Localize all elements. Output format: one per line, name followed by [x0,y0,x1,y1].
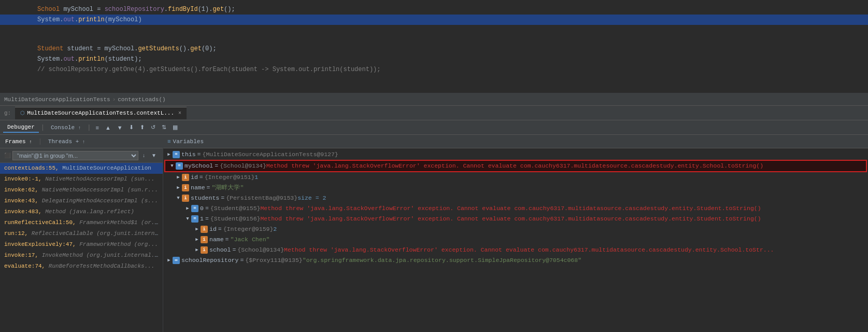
thread-sort-btn[interactable]: ↓ [140,151,147,159]
debug-btn-down2[interactable]: ⬇ [126,123,136,132]
var-id-arrow[interactable] [175,173,182,182]
right-panel: ≡ Variables = this = {MultiDateSourceApp… [163,135,868,332]
var-this[interactable]: = this = {MultiDateSourceApplicationTest… [163,149,868,160]
var-student1-id[interactable]: i id = {Integer@9159} 2 [163,224,868,234]
var-student1-school-arrow[interactable] [193,245,201,255]
tab-icon: ⬡ [20,110,25,116]
variables-icon: ≡ [167,139,171,145]
breadcrumb-method: contextLoads() [118,96,165,103]
debug-btn-grid[interactable]: ▦ [170,123,180,132]
var-id[interactable]: i id = {Integer@9151} 1 [163,172,868,183]
debug-btn-down[interactable]: ▼ [115,123,125,132]
var-student1-name-arrow[interactable] [193,235,201,244]
var-student1-school[interactable]: i school = {School@9134} Method threw 'j… [163,245,868,255]
stack-frame-3[interactable]: invoke:43, DelegatingMethodAccessorImpl … [0,196,163,206]
debug-btn-list[interactable]: ≡ [93,123,101,132]
var-name-arrow[interactable] [175,183,182,192]
var-name[interactable]: i name = "湖畔大学" [163,183,868,193]
var-this-icon: = [173,151,180,158]
variables-label: Variables [173,139,204,145]
var-students-1[interactable]: = 1 = {Student@9156} Method threw 'java.… [163,214,868,224]
code-line-3 [0,25,868,34]
code-line-1: School mySchool = schoolRepository . fin… [0,4,868,15]
var-students-0-icon: = [191,205,198,212]
stack-frame-7[interactable]: invokeExplosively:47, FrameworkMethod (o… [0,239,163,250]
var-students-1-arrow[interactable] [184,214,191,224]
thread-selector[interactable]: "main"@1 in group "m... [12,151,138,160]
code-line-4 [0,34,868,44]
code-line-2: System . out . println (mySchool) [0,15,868,25]
stack-frame-2[interactable]: invoke:62, NativeMethodAccessorImpl (sun… [0,185,163,196]
running-label: g: [4,110,11,116]
var-students-arrow[interactable] [175,193,182,203]
var-students[interactable]: i students = {PersistentBag@9153} size =… [163,193,868,203]
tab-bar: g: ⬡ MultiDateSourceApplicationTests.con… [0,106,868,120]
var-name-icon: i [182,184,189,191]
var-student1-name[interactable]: i name = "Jack Chen" [163,234,868,245]
frames-tab[interactable]: Frames ↑ [2,137,35,146]
thread-header: ⬛ "main"@1 in group "m... ↓ ▼ [0,148,163,163]
code-line-6: System . out . println (student); [0,54,868,64]
stack-frame-6[interactable]: run:12, ReflectiveCallable (org.junit.in… [0,228,163,239]
var-repo-icon: ∞ [173,257,180,264]
threads-tab[interactable]: Threads + ↑ [45,137,88,146]
code-editor: School mySchool = schoolRepository . fin… [0,0,868,93]
active-tab[interactable]: ⬡ MultiDateSourceApplicationTests.contex… [15,107,187,119]
left-panel: Frames ↑ | Threads + ↑ ⬛ "main"@1 in gro… [0,135,163,332]
tab-label: MultiDateSourceApplicationTests.contextL… [27,110,174,116]
var-students-0[interactable]: = 0 = {Student@9155} Method threw 'java.… [163,203,868,214]
thread-icon: ⬛ [4,153,10,159]
var-id-icon: i [182,174,189,181]
var-students-icon: i [182,195,189,202]
stack-frame-8[interactable]: invoke:17, InvokeMethod (org.junit.inter… [0,250,163,261]
var-students-0-arrow[interactable] [184,204,191,213]
var-student1-school-icon: i [201,246,208,254]
debug-btn-up2[interactable]: ⬆ [137,123,147,132]
var-myschool-arrow[interactable] [168,161,176,171]
var-repo-arrow[interactable] [165,256,173,265]
stack-frame-list: contextLoads:55, MultiDateSourceApplicat… [0,163,163,332]
var-schoolrepository[interactable]: ∞ schoolRepository = {$Proxy111@9135} "o… [163,255,868,266]
debug-main: Frames ↑ | Threads + ↑ ⬛ "main"@1 in gro… [0,135,868,332]
stack-frame-1[interactable]: invoke0:-1, NativeMethodAccessorImpl (su… [0,174,163,185]
debug-btn-swap[interactable]: ⇅ [159,123,169,132]
debug-btn-refresh[interactable]: ↺ [148,123,158,132]
var-student1-id-arrow[interactable] [193,225,201,234]
thread-filter-btn[interactable]: ▼ [149,151,159,159]
breadcrumb-class: MultiDateSourceApplicationTests [4,96,110,103]
var-student1-id-icon: i [201,226,208,233]
var-myschool[interactable]: = mySchool = {School@9134} Method threw … [164,160,867,172]
tab-close-button[interactable]: × [178,110,181,116]
breadcrumb: MultiDateSourceApplicationTests › contex… [0,93,868,106]
debug-toolbar: Debugger | Console ↑ | ≡ ▲ ▼ ⬇ ⬆ ↺ ⇅ ▦ [0,120,868,135]
var-student1-name-icon: i [201,236,208,243]
debugger-tab[interactable]: Debugger [3,122,39,133]
var-students-1-icon: = [191,215,198,223]
stack-frame-4[interactable]: invoke:483, Method (java.lang.reflect) [0,206,163,217]
console-tab[interactable]: Console ↑ [47,123,85,132]
stack-frame-0[interactable]: contextLoads:55, MultiDateSourceApplicat… [0,163,163,174]
var-this-arrow[interactable] [165,150,173,159]
code-line-5: Student student = mySchool. getStudents … [0,44,868,54]
stack-frame-9[interactable]: evaluate:74, RunBeforeTestMethodCallback… [0,261,163,272]
code-line-7: // schoolRepository. getOne(4).getStuden… [0,64,868,75]
variables-list: = this = {MultiDateSourceApplicationTest… [163,148,868,332]
variables-header: ≡ Variables [163,135,868,148]
var-myschool-icon: = [176,162,183,170]
stack-frame-5[interactable]: runReflectiveCall:50, FrameworkMethod$1 … [0,217,163,228]
panel-toolbar: Frames ↑ | Threads + ↑ [0,135,163,148]
debug-btn-up[interactable]: ▲ [103,123,113,132]
